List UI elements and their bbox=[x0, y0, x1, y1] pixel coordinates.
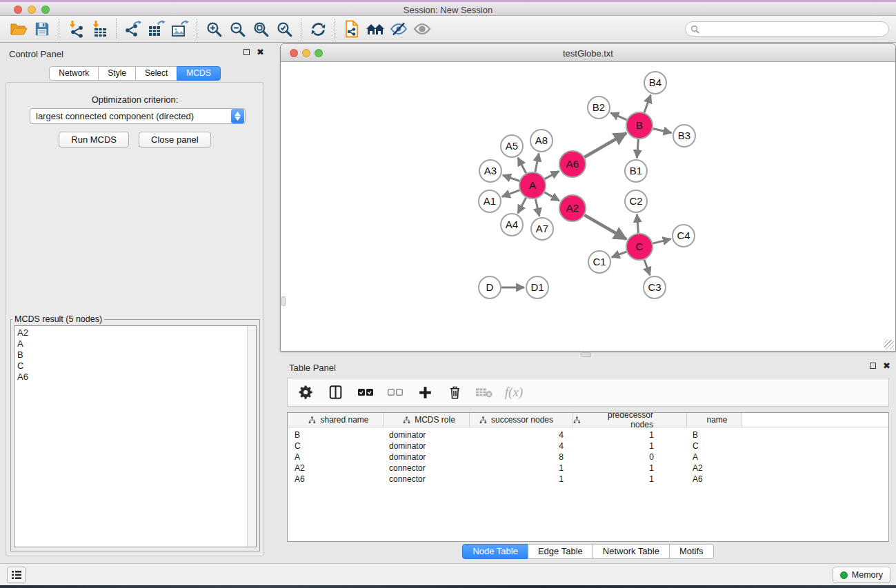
graph-edge-A-A3[interactable] bbox=[503, 175, 519, 181]
graph-node-A6[interactable]: A6 bbox=[559, 151, 586, 177]
show-all-icon[interactable] bbox=[410, 18, 434, 40]
table-row[interactable]: A6connector11A6 bbox=[288, 474, 888, 485]
search-box[interactable] bbox=[685, 21, 889, 37]
tab-style[interactable]: Style bbox=[98, 66, 136, 81]
graph-edge-C-C2[interactable] bbox=[637, 214, 638, 233]
table-cell[interactable]: dominator bbox=[384, 441, 470, 451]
table-cell[interactable]: A bbox=[687, 452, 742, 462]
mcds-result-list[interactable]: A2ABCA6 bbox=[14, 325, 257, 547]
table-row[interactable]: Bdominator41B bbox=[288, 429, 888, 440]
mcds-result-item[interactable]: C bbox=[17, 361, 256, 372]
zoom-selected-icon[interactable] bbox=[272, 18, 296, 40]
graph-edge-A-A5[interactable] bbox=[518, 158, 526, 173]
function-builder-icon[interactable]: f(x) bbox=[505, 383, 523, 401]
table-cell[interactable]: C bbox=[288, 441, 384, 451]
network-canvas[interactable]: B4B2BB3A8A5A6A3B1AA1C2A2A4A7C4CC1C3DD1 bbox=[281, 62, 895, 351]
table-cell[interactable]: A6 bbox=[288, 474, 384, 484]
table-cell[interactable]: connector bbox=[384, 474, 470, 484]
table-row[interactable]: A2connector11A2 bbox=[288, 463, 888, 474]
graph-edge-C-C3[interactable] bbox=[644, 260, 650, 275]
graph-node-A[interactable]: A bbox=[519, 172, 546, 199]
graph-edge-A-A8[interactable] bbox=[535, 154, 539, 172]
graph-node-B3[interactable]: B3 bbox=[673, 125, 695, 147]
scrollbar-track[interactable] bbox=[247, 326, 256, 547]
table-cell[interactable]: A2 bbox=[288, 463, 384, 473]
tab-mcds[interactable]: MCDS bbox=[177, 66, 220, 81]
float-panel-icon[interactable] bbox=[870, 363, 876, 369]
graph-node-A1[interactable]: A1 bbox=[479, 190, 501, 212]
resize-grip-icon[interactable] bbox=[884, 340, 894, 349]
mcds-result-item[interactable]: A bbox=[17, 338, 256, 349]
graph-node-A3[interactable]: A3 bbox=[479, 160, 501, 182]
table-cell[interactable]: 1 bbox=[573, 474, 687, 484]
graph-node-C2[interactable]: C2 bbox=[625, 190, 647, 212]
table-cell[interactable]: dominator bbox=[384, 452, 470, 462]
save-session-icon[interactable] bbox=[30, 18, 54, 40]
hide-selected-icon[interactable] bbox=[387, 18, 410, 40]
graph-node-C1[interactable]: C1 bbox=[588, 251, 610, 273]
close-panel-button[interactable]: Close panel bbox=[139, 132, 211, 148]
table-cell[interactable]: 4 bbox=[470, 441, 573, 451]
close-panel-icon[interactable]: ✖ bbox=[257, 49, 264, 55]
graph-node-C3[interactable]: C3 bbox=[644, 276, 666, 298]
table-cell[interactable]: A bbox=[288, 452, 384, 462]
refresh-view-icon[interactable] bbox=[306, 18, 330, 40]
delete-columns-icon[interactable] bbox=[446, 383, 464, 401]
graph-edge-A-A6[interactable] bbox=[545, 171, 559, 179]
graph-edge-B-B2[interactable] bbox=[610, 113, 626, 120]
graph-node-C4[interactable]: C4 bbox=[673, 225, 695, 247]
delete-table-icon[interactable] bbox=[475, 383, 493, 401]
tab-edge-table[interactable]: Edge Table bbox=[528, 544, 593, 559]
tab-network[interactable]: Network bbox=[49, 66, 99, 81]
graph-edge-A-A4[interactable] bbox=[518, 198, 526, 213]
graph-edge-A2-C[interactable] bbox=[584, 215, 626, 239]
task-history-button[interactable] bbox=[7, 567, 26, 583]
export-network-icon[interactable] bbox=[121, 18, 145, 40]
graph-edge-B-B3[interactable] bbox=[653, 128, 671, 132]
new-network-from-selection-icon[interactable] bbox=[340, 18, 364, 40]
graph-node-B[interactable]: B bbox=[626, 112, 653, 139]
table-cell[interactable]: 4 bbox=[470, 430, 573, 440]
graph-edge-A6-B[interactable] bbox=[584, 133, 626, 157]
close-panel-icon[interactable]: ✖ bbox=[883, 363, 890, 369]
table-row[interactable]: Adominator80A bbox=[288, 452, 888, 463]
tab-network-table[interactable]: Network Table bbox=[593, 544, 670, 559]
network-window-titlebar[interactable]: testGlobe.txt bbox=[281, 44, 895, 62]
graph-node-A4[interactable]: A4 bbox=[501, 214, 523, 236]
memory-button[interactable]: Memory bbox=[833, 567, 890, 583]
export-table-icon[interactable] bbox=[145, 18, 168, 40]
first-neighbors-icon[interactable] bbox=[364, 18, 387, 40]
create-column-icon[interactable] bbox=[416, 383, 434, 401]
show-columns-panel-icon[interactable] bbox=[327, 383, 345, 401]
import-table-icon[interactable] bbox=[88, 18, 111, 40]
graph-node-A7[interactable]: A7 bbox=[531, 218, 553, 240]
select-all-columns-icon[interactable] bbox=[357, 383, 375, 401]
graph-edge-C-C1[interactable] bbox=[612, 252, 627, 257]
graph-node-A8[interactable]: A8 bbox=[530, 130, 552, 152]
import-network-icon[interactable] bbox=[64, 18, 88, 40]
column-header-MCDS-role[interactable]: MCDS role bbox=[384, 413, 470, 427]
zoom-in-icon[interactable] bbox=[202, 18, 226, 40]
tab-node-table[interactable]: Node Table bbox=[462, 544, 528, 559]
column-header-predecessor-nodes[interactable]: predecessor nodes bbox=[573, 413, 687, 427]
table-row[interactable]: Cdominator41C bbox=[288, 440, 888, 452]
zoom-out-icon[interactable] bbox=[226, 18, 249, 40]
search-input[interactable] bbox=[703, 23, 884, 34]
graph-node-D1[interactable]: D1 bbox=[526, 276, 548, 298]
graph-edge-B-B1[interactable] bbox=[637, 139, 638, 158]
mcds-result-item[interactable]: A6 bbox=[17, 372, 256, 383]
float-panel-icon[interactable] bbox=[243, 49, 250, 55]
table-cell[interactable]: B bbox=[687, 430, 742, 440]
graph-edge-C-C4[interactable] bbox=[653, 239, 670, 244]
zoom-fit-icon[interactable] bbox=[249, 18, 272, 40]
graph-node-B2[interactable]: B2 bbox=[588, 97, 610, 119]
graph-node-A5[interactable]: A5 bbox=[501, 135, 523, 157]
tab-select[interactable]: Select bbox=[135, 66, 177, 81]
node-table[interactable]: shared nameMCDS rolesuccessor nodesprede… bbox=[287, 412, 889, 542]
table-cell[interactable]: 8 bbox=[470, 452, 573, 462]
table-cell[interactable]: A2 bbox=[687, 463, 742, 473]
table-cell[interactable]: 1 bbox=[573, 430, 687, 440]
table-cell[interactable]: B bbox=[288, 430, 384, 440]
graph-node-C[interactable]: C bbox=[626, 234, 653, 260]
criterion-select[interactable]: largest connected component (directed) bbox=[30, 108, 246, 124]
